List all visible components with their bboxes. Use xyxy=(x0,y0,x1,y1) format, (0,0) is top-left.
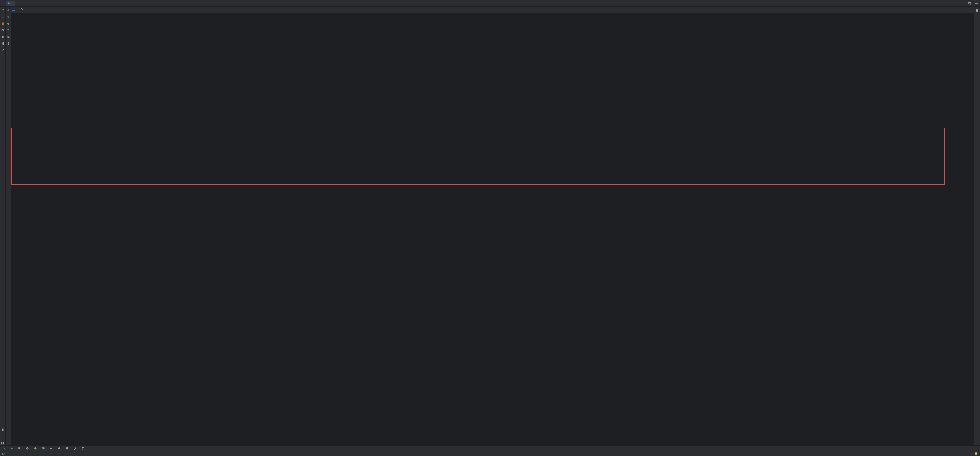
gear-icon[interactable] xyxy=(968,1,972,5)
tool-version-control[interactable] xyxy=(2,447,6,450)
clear-icon[interactable] xyxy=(6,41,11,46)
console-arrow-column xyxy=(6,6,11,445)
svg-rect-1 xyxy=(2,22,4,25)
svg-rect-13 xyxy=(82,448,83,450)
stop-button[interactable] xyxy=(1,21,5,26)
scroll-down-icon[interactable] xyxy=(6,15,11,19)
svg-point-8 xyxy=(50,448,51,449)
console-output[interactable] xyxy=(11,13,974,445)
minimize-icon[interactable] xyxy=(974,1,978,5)
rerun-button[interactable] xyxy=(1,8,5,12)
tool-build[interactable] xyxy=(73,447,78,450)
tool-run[interactable] xyxy=(10,447,14,450)
soft-wrap-icon[interactable] xyxy=(6,21,11,26)
camera-icon[interactable] xyxy=(1,28,5,32)
tool-problems[interactable] xyxy=(26,447,30,450)
lock-icon[interactable]: 🔒 xyxy=(974,452,978,455)
debug-bug-icon[interactable] xyxy=(1,35,5,39)
svg-rect-12 xyxy=(83,447,84,448)
status-bar: ▢ 🔒 xyxy=(0,451,980,456)
sync-icon: ▢ xyxy=(2,452,5,455)
svg-point-6 xyxy=(34,447,37,450)
database-icon[interactable] xyxy=(975,8,979,12)
svg-rect-11 xyxy=(82,447,83,448)
tab-console[interactable] xyxy=(12,8,15,11)
tool-profiler[interactable] xyxy=(65,447,70,450)
run-tool-column xyxy=(0,6,6,445)
print-icon[interactable] xyxy=(6,35,11,39)
spring-boot-icon xyxy=(8,2,10,4)
tool-terminal[interactable] xyxy=(42,447,46,450)
svg-rect-0 xyxy=(975,3,978,3)
svg-rect-4 xyxy=(27,448,28,449)
spring-leaf-icon: ✿ xyxy=(21,8,23,11)
structure-icon[interactable] xyxy=(0,441,5,445)
svg-rect-7 xyxy=(42,447,45,450)
svg-rect-5 xyxy=(27,449,28,449)
scroll-to-end-icon[interactable] xyxy=(6,28,11,32)
tool-endpoints[interactable] xyxy=(49,447,54,450)
tab-actuator[interactable]: ✿ xyxy=(19,6,26,13)
highlight-box xyxy=(11,128,945,185)
exit-icon[interactable] xyxy=(1,41,5,46)
bottom-toolbar xyxy=(0,445,980,451)
tool-services[interactable] xyxy=(57,447,62,450)
run-config-tab[interactable] xyxy=(6,0,15,6)
tool-placeholder-1[interactable] xyxy=(1,15,5,19)
scroll-up-icon[interactable] xyxy=(6,8,11,12)
pin-icon[interactable] xyxy=(1,48,5,52)
left-side-toolwindows xyxy=(0,423,5,445)
run-header xyxy=(0,0,980,6)
tool-dependencies[interactable] xyxy=(81,447,86,450)
tool-todo[interactable] xyxy=(18,447,22,450)
tool-spring[interactable] xyxy=(34,447,38,450)
svg-point-9 xyxy=(51,448,52,449)
right-gutter xyxy=(974,6,980,445)
bookmark-icon[interactable] xyxy=(0,428,5,432)
run-tabbar: ✿ xyxy=(11,6,974,13)
